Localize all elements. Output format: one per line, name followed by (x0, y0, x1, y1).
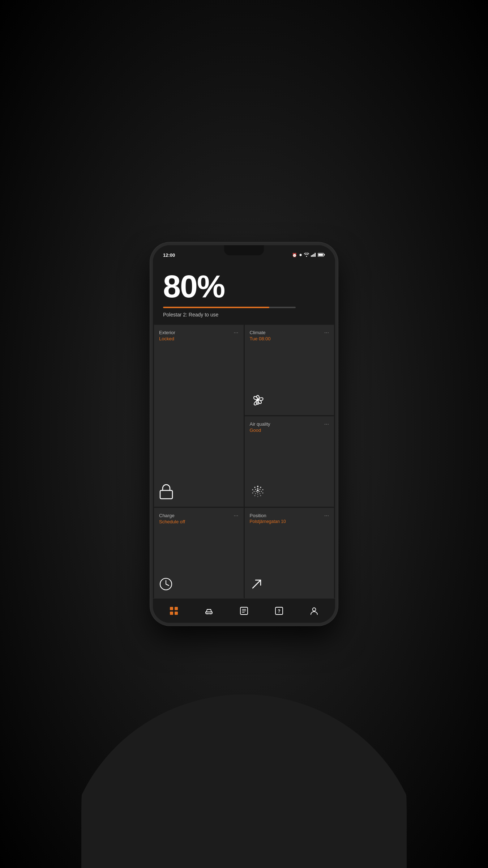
card-position-header: Position Polstjärnegatan 10 ··· (250, 513, 329, 525)
svg-rect-5 (324, 254, 325, 255)
lock-icon-container (159, 484, 174, 501)
phone-wrapper: 12:00 ⏰ ✸ (150, 242, 338, 626)
svg-point-22 (259, 493, 260, 494)
signal-icon (311, 253, 316, 258)
svg-rect-2 (313, 254, 314, 257)
svg-point-40 (207, 613, 208, 614)
svg-point-18 (254, 487, 256, 488)
svg-point-14 (257, 496, 258, 497)
cards-grid: Exterior Locked ··· (153, 325, 335, 598)
air-quality-value: Good (250, 427, 270, 433)
nav-item-car[interactable] (200, 604, 218, 618)
svg-point-15 (254, 495, 255, 496)
svg-rect-6 (318, 254, 323, 256)
status-time: 12:00 (163, 252, 175, 258)
nav-item-support[interactable]: ? (270, 604, 288, 618)
svg-point-24 (255, 493, 256, 494)
svg-point-9 (257, 486, 258, 487)
exterior-title: Exterior (159, 330, 175, 335)
card-exterior-header: Exterior Locked ··· (159, 330, 239, 341)
svg-point-20 (259, 489, 260, 490)
bluetooth-icon: ✸ (299, 253, 302, 258)
svg-point-19 (257, 488, 258, 489)
svg-point-11 (262, 489, 263, 490)
svg-point-16 (252, 493, 253, 494)
card-air-quality-header: Air quality Good ··· (250, 421, 329, 433)
card-charge-header: Charge Schedule off ··· (159, 513, 239, 524)
battery-icon (318, 253, 325, 258)
svg-point-23 (257, 494, 258, 495)
fan-icon-container (250, 392, 266, 409)
svg-line-33 (166, 584, 169, 586)
air-quality-title: Air quality (250, 421, 270, 427)
wifi-icon (304, 253, 309, 258)
svg-rect-39 (206, 612, 212, 614)
charge-value: Schedule off (159, 519, 185, 524)
screen: 12:00 ⏰ ✸ (153, 245, 335, 623)
svg-rect-7 (160, 490, 172, 499)
charge-menu[interactable]: ··· (234, 513, 238, 519)
status-icons: ⏰ ✸ (292, 253, 325, 258)
card-position[interactable]: Position Polstjärnegatan 10 ··· (245, 508, 334, 598)
card-exterior[interactable]: Exterior Locked ··· (154, 325, 244, 507)
battery-percent: 80% (163, 271, 325, 302)
svg-point-26 (255, 489, 256, 490)
air-dots-icon-container (250, 484, 266, 501)
exterior-value: Locked (159, 336, 175, 341)
svg-rect-37 (170, 612, 173, 615)
notch (224, 245, 264, 255)
card-climate-header: Climate Tue 08:00 ··· (250, 330, 329, 341)
vehicle-status: Polestar 2: Ready to use (163, 312, 325, 318)
nav-item-home[interactable] (165, 604, 183, 618)
svg-point-17 (252, 489, 253, 490)
svg-point-29 (256, 491, 257, 492)
clock-icon-container (159, 577, 173, 592)
svg-point-25 (253, 491, 254, 492)
position-title: Position (250, 513, 286, 518)
svg-rect-3 (315, 253, 316, 257)
hero-section: 80% Polestar 2: Ready to use (153, 260, 335, 325)
position-value: Polstjärnegatan 10 (250, 519, 286, 525)
svg-rect-35 (170, 607, 173, 610)
climate-menu[interactable]: ··· (324, 330, 329, 336)
climate-value: Tue 08:00 (250, 336, 271, 341)
card-air-quality[interactable]: Air quality Good ··· (245, 416, 334, 507)
svg-point-13 (260, 495, 261, 496)
card-charge[interactable]: Charge Schedule off ··· (154, 508, 244, 598)
svg-point-21 (261, 491, 262, 492)
progress-bar-container (163, 307, 296, 308)
svg-point-28 (258, 491, 260, 492)
arrow-icon-container (250, 577, 264, 592)
bottom-nav: ? (153, 598, 335, 623)
svg-text:?: ? (278, 609, 280, 614)
exterior-menu[interactable]: ··· (234, 330, 238, 336)
svg-rect-0 (311, 255, 312, 257)
svg-rect-38 (175, 612, 178, 615)
svg-rect-36 (175, 607, 178, 610)
svg-point-41 (210, 613, 211, 614)
nav-item-list[interactable] (235, 604, 253, 618)
air-quality-menu[interactable]: ··· (324, 421, 329, 427)
svg-point-10 (260, 487, 261, 488)
climate-title: Climate (250, 330, 271, 335)
progress-bar-fill (163, 307, 269, 308)
charge-title: Charge (159, 513, 185, 518)
svg-rect-1 (312, 255, 313, 257)
alarm-icon: ⏰ (292, 253, 297, 258)
nav-item-profile[interactable] (305, 604, 323, 618)
svg-point-30 (257, 492, 258, 493)
phone-frame: 12:00 ⏰ ✸ (150, 242, 338, 626)
svg-line-34 (253, 580, 261, 588)
svg-point-27 (257, 490, 258, 492)
svg-point-12 (262, 493, 263, 494)
position-menu[interactable]: ··· (324, 513, 329, 519)
svg-point-48 (312, 608, 316, 611)
card-climate[interactable]: Climate Tue 08:00 ··· (245, 325, 334, 415)
